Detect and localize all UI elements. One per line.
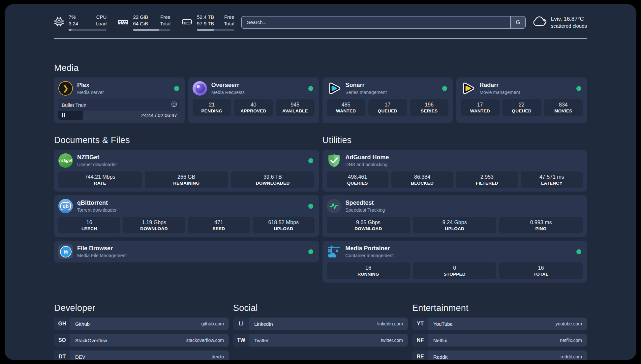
section-title-utilities: Utilities [322, 135, 587, 145]
link-twitter[interactable]: TW Twitter twitter.com [233, 334, 408, 347]
section-entertainment: Entertainment YT YouTube youtube.com NF … [412, 303, 587, 360]
stat-box: 945AVAILABLE [276, 99, 314, 116]
link-name: StackOverflow [75, 338, 107, 343]
section-title-developer: Developer [54, 303, 229, 313]
memory-free-label: Free [160, 14, 170, 20]
search-engine-button[interactable]: G [510, 16, 525, 28]
app-card-sonarr[interactable]: Sonarr Series management 485WANTED 17QUE… [322, 77, 453, 123]
stat-box: 744.21 MbpsRATE [58, 171, 142, 188]
plex-now-playing: Bullet Train 24:44 / 02:06:47 [58, 99, 180, 120]
app-name: Speedtest [346, 199, 583, 206]
link-domain: dev.to [212, 354, 224, 359]
cpu-stat: 7% 3.24 CPU Load [54, 14, 107, 31]
app-card-adguard[interactable]: AdGuard Home DNS and adblocking 498,461Q… [322, 150, 587, 192]
link-abbr: NF [412, 334, 428, 347]
app-subtitle: Speedtest Tracking [346, 207, 583, 213]
header-bar: 7% 3.24 CPU Load [54, 14, 587, 31]
stat-box: 16TOTAL [499, 262, 583, 279]
section-media: Media ❯ Plex Media server Bullet Train [54, 63, 587, 123]
app-name: Plex [77, 82, 170, 89]
link-abbr: DT [54, 350, 70, 360]
link-abbr: GH [54, 318, 70, 330]
pause-icon[interactable] [62, 113, 65, 117]
search-input[interactable] [242, 16, 510, 28]
app-card-qbittorrent[interactable]: qb qBittorrent Torrent downloader 16LEEC… [54, 195, 319, 237]
memory-stat: 22 GiB 64 GiB Free Total [118, 14, 170, 31]
status-indicator [576, 86, 581, 91]
app-card-filebrowser[interactable]: File Browser Media File Management [54, 241, 319, 262]
app-card-speedtest[interactable]: Speedtest Speedtest Tracking 9.65 GbpsDO… [322, 195, 587, 237]
header-divider [54, 38, 587, 39]
stat-box: 1.19 GbpsDOWNLOAD [123, 217, 185, 233]
link-name: Github [75, 321, 90, 327]
app-name: Media Portainer [346, 245, 572, 252]
link-abbr: SO [54, 334, 70, 347]
disk-icon [182, 17, 192, 27]
stat-box: 9.24 GbpsUPLOAD [413, 217, 496, 233]
now-playing-title: Bullet Train [62, 102, 86, 108]
link-github[interactable]: GH Github github.com [54, 318, 229, 330]
disk-free-value: 52.4 TB [197, 14, 215, 20]
stat-box: 86,384BLOCKED [391, 171, 453, 188]
filebrowser-icon [58, 244, 73, 259]
app-card-radarr[interactable]: Radarr Movie management 17WANTED 22QUEUE… [456, 77, 587, 123]
stat-box: 471SEED [188, 217, 250, 233]
dashboard: 7% 3.24 CPU Load [5, 4, 636, 360]
weather-condition: scattered clouds [551, 23, 587, 29]
app-name: qBittorrent [77, 199, 304, 206]
cpu-icon [54, 17, 64, 28]
app-subtitle: Usenet downloader [77, 162, 304, 167]
link-dev[interactable]: DT DEV dev.to [54, 350, 229, 360]
cpu-progress-bar [69, 29, 107, 31]
link-linkedin[interactable]: LI LinkedIn linkedin.com [233, 318, 408, 330]
app-card-overseerr[interactable]: Overseerr Media Requests 21PENDING 40APP… [188, 77, 319, 123]
app-name: NZBGet [77, 154, 304, 161]
playback-progress-bar[interactable]: 24:44 / 02:06:47 [58, 111, 180, 120]
memory-total-value: 64 GiB [133, 20, 151, 27]
app-name: Radarr [479, 82, 572, 89]
app-subtitle: Series management [346, 90, 438, 95]
app-card-plex[interactable]: ❯ Plex Media server Bullet Train [54, 77, 185, 123]
section-social: Social LI LinkedIn linkedin.com TW Twitt… [233, 303, 408, 360]
speedtest-icon [327, 199, 341, 213]
cpu-usage-label: CPU [96, 14, 107, 20]
stat-box: 2,953FILTERED [456, 171, 518, 188]
app-subtitle: Media Requests [211, 90, 304, 95]
status-indicator [308, 86, 313, 91]
stat-box: 834MOVIES [544, 99, 583, 116]
status-indicator [576, 249, 581, 254]
status-indicator [174, 86, 179, 91]
stat-box: 40APPROVED [234, 99, 273, 116]
memory-total-label: Total [160, 20, 170, 27]
session-device-icon [171, 101, 177, 108]
status-indicator [308, 158, 313, 163]
app-name: AdGuard Home [346, 154, 583, 161]
app-card-portainer[interactable]: Media Portainer Container management 16R… [322, 241, 587, 283]
stat-box: 9.65 GbpsDOWNLOAD [327, 217, 410, 233]
link-stackoverflow[interactable]: SO StackOverflow stackoverflow.com [54, 334, 229, 347]
section-utilities: Utilities [322, 135, 587, 283]
status-indicator [308, 249, 313, 254]
app-card-nzbget[interactable]: nzbget NZBGet Usenet downloader 744.21 M… [54, 150, 319, 192]
app-subtitle: DNS and adblocking [346, 162, 583, 167]
link-netflix[interactable]: NF Netflix netflix.com [412, 334, 587, 347]
cpu-load-label: Load [96, 20, 107, 27]
qbittorrent-icon: qb [58, 199, 73, 213]
section-title-documents: Documents & Files [54, 135, 319, 145]
link-domain: stackoverflow.com [186, 338, 224, 343]
section-title-media: Media [54, 63, 587, 73]
disk-free-label: Free [224, 14, 234, 20]
link-domain: github.com [201, 321, 224, 326]
link-name: Netflix [433, 338, 447, 343]
stat-box: 498,461QUERIES [327, 171, 388, 188]
section-title-entertainment: Entertainment [412, 303, 587, 313]
app-name: Sonarr [346, 82, 438, 89]
cpu-load-value: 3.24 [69, 20, 87, 27]
stat-box: 196SERIES [410, 99, 448, 116]
link-reddit[interactable]: RE Reddit reddit.com [412, 350, 587, 360]
link-youtube[interactable]: YT YouTube youtube.com [412, 318, 587, 330]
link-domain: linkedin.com [377, 321, 403, 326]
sonarr-icon [327, 81, 341, 96]
disk-stat: 52.4 TB 97.9 TB Free Total [182, 14, 234, 31]
adguard-icon [327, 153, 341, 168]
